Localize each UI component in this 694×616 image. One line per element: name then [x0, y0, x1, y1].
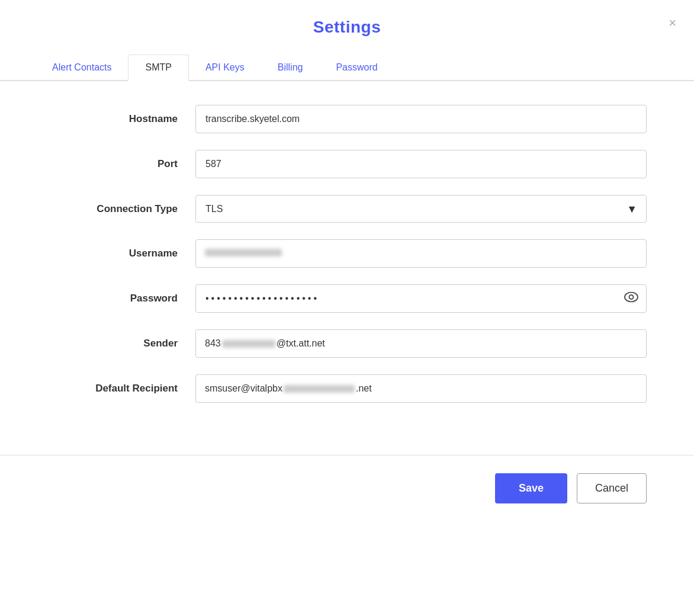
username-input[interactable]	[195, 239, 647, 268]
tab-api-keys[interactable]: API Keys	[189, 54, 261, 80]
hostname-input[interactable]	[195, 105, 647, 133]
sender-input[interactable]	[195, 329, 647, 358]
modal-header: Settings ×	[0, 0, 694, 37]
password-input[interactable]	[195, 284, 647, 313]
connection-type-row: Connection Type TLS SSL None ▼	[47, 195, 647, 223]
save-button[interactable]: Save	[495, 473, 567, 503]
username-label: Username	[47, 248, 195, 259]
tabs-nav: Alert Contacts SMTP API Keys Billing Pas…	[0, 54, 694, 81]
port-input-wrapper	[195, 150, 647, 178]
username-row: Username	[47, 239, 647, 268]
modal-footer: Save Cancel	[0, 455, 694, 521]
default-recipient-label: Default Recipient	[47, 383, 195, 394]
svg-point-0	[625, 293, 638, 302]
connection-type-select-wrapper: TLS SSL None ▼	[195, 195, 647, 223]
cancel-button[interactable]: Cancel	[577, 473, 647, 503]
connection-type-label: Connection Type	[47, 203, 195, 215]
default-recipient-input-wrapper: smsuser@vitalpbx .net	[195, 374, 647, 403]
port-label: Port	[47, 158, 195, 170]
tab-password[interactable]: Password	[319, 54, 394, 80]
port-input[interactable]	[195, 150, 647, 178]
hostname-label: Hostname	[47, 113, 195, 125]
tab-billing[interactable]: Billing	[261, 54, 320, 80]
default-recipient-row: Default Recipient smsuser@vitalpbx .net	[47, 374, 647, 403]
connection-type-select[interactable]: TLS SSL None	[195, 195, 647, 223]
svg-point-1	[629, 295, 634, 299]
hostname-row: Hostname	[47, 105, 647, 133]
port-row: Port	[47, 150, 647, 178]
default-recipient-input[interactable]	[195, 374, 647, 403]
show-password-icon[interactable]	[624, 292, 638, 306]
tab-smtp[interactable]: SMTP	[128, 54, 188, 81]
sender-row: Sender 843 @txt.att.net	[47, 329, 647, 358]
settings-modal: Settings × Alert Contacts SMTP API Keys …	[0, 0, 694, 616]
sender-label: Sender	[47, 338, 195, 349]
password-input-wrapper	[195, 284, 647, 313]
password-row: Password	[47, 284, 647, 313]
sender-input-wrapper: 843 @txt.att.net	[195, 329, 647, 358]
hostname-input-wrapper	[195, 105, 647, 133]
password-label: Password	[47, 293, 195, 304]
smtp-form: Hostname Port Connection Type TLS SSL No…	[0, 81, 694, 443]
username-input-wrapper	[195, 239, 647, 268]
modal-title: Settings	[24, 18, 670, 37]
tab-alert-contacts[interactable]: Alert Contacts	[36, 54, 128, 80]
close-button[interactable]: ×	[669, 17, 676, 30]
